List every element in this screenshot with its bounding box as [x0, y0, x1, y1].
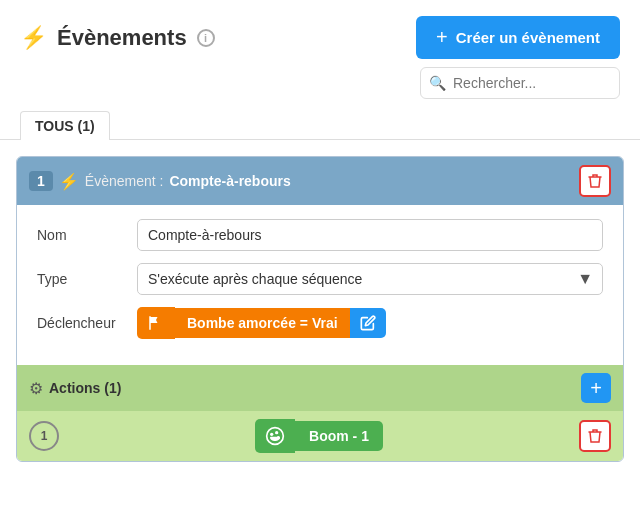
lightning-icon: ⚡ — [20, 25, 47, 51]
name-input[interactable] — [137, 219, 603, 251]
action-content: Boom - 1 — [255, 419, 383, 453]
search-input[interactable] — [420, 67, 620, 99]
tabs-bar: TOUS (1) — [0, 111, 640, 140]
svg-rect-0 — [149, 316, 151, 330]
type-select[interactable]: S'exécute après chaque séquence — [137, 263, 603, 295]
trigger-edit-button[interactable] — [350, 308, 386, 338]
name-row: Nom — [37, 219, 603, 251]
card-lightning-icon: ⚡ — [59, 172, 79, 191]
delete-event-button[interactable] — [579, 165, 611, 197]
edit-icon — [360, 315, 376, 331]
name-label: Nom — [37, 227, 137, 243]
action-row: 1 Boom - 1 — [17, 411, 623, 461]
actions-left: ⚙ Actions (1) — [29, 379, 121, 398]
create-event-label: Créer un évènement — [456, 29, 600, 46]
trigger-flag-icon — [137, 307, 175, 339]
header: ⚡ Évènements i + Créer un évènement — [0, 0, 640, 67]
action-palette-icon — [255, 419, 295, 453]
create-plus-icon: + — [436, 26, 448, 49]
trigger-label: Déclencheur — [37, 315, 137, 331]
svg-point-3 — [275, 431, 278, 434]
card-event-name: Compte-à-rebours — [169, 173, 290, 189]
search-wrapper: 🔍 — [420, 67, 620, 99]
gear-icon: ⚙ — [29, 379, 43, 398]
page: ⚡ Évènements i + Créer un évènement 🔍 TO… — [0, 0, 640, 525]
actions-section: ⚙ Actions (1) + — [17, 365, 623, 411]
trigger-row: Déclencheur Bombe amorcée = Vrai — [37, 307, 603, 339]
trigger-pill: Bombe amorcée = Vrai — [137, 307, 386, 339]
card-body: Nom Type S'exécute après chaque séquence… — [17, 205, 623, 365]
actions-label: Actions (1) — [49, 380, 121, 396]
tab-tous[interactable]: TOUS (1) — [20, 111, 110, 140]
trash-icon — [588, 428, 602, 444]
action-name: Boom - 1 — [295, 421, 383, 451]
page-title: Évènements — [57, 25, 187, 51]
type-row: Type S'exécute après chaque séquence ▼ — [37, 263, 603, 295]
trash-icon — [588, 173, 602, 189]
card-header: 1 ⚡ Évènement : Compte-à-rebours — [17, 157, 623, 205]
action-number-badge: 1 — [29, 421, 59, 451]
delete-action-button[interactable] — [579, 420, 611, 452]
add-action-button[interactable]: + — [581, 373, 611, 403]
header-left: ⚡ Évènements i — [20, 25, 215, 51]
type-select-wrapper: S'exécute après chaque séquence ▼ — [137, 263, 603, 295]
trigger-text: Bombe amorcée = Vrai — [175, 308, 350, 338]
svg-point-2 — [270, 433, 273, 436]
create-event-button[interactable]: + Créer un évènement — [416, 16, 620, 59]
card-event-label: Évènement : — [85, 173, 164, 189]
svg-point-1 — [267, 428, 284, 445]
search-icon: 🔍 — [429, 75, 446, 91]
info-icon[interactable]: i — [197, 29, 215, 47]
event-card: 1 ⚡ Évènement : Compte-à-rebours Nom Typ… — [16, 156, 624, 462]
type-label: Type — [37, 271, 137, 287]
card-header-left: 1 ⚡ Évènement : Compte-à-rebours — [29, 171, 291, 191]
card-number: 1 — [29, 171, 53, 191]
action-number: 1 — [41, 429, 48, 443]
search-area: 🔍 — [0, 67, 640, 111]
